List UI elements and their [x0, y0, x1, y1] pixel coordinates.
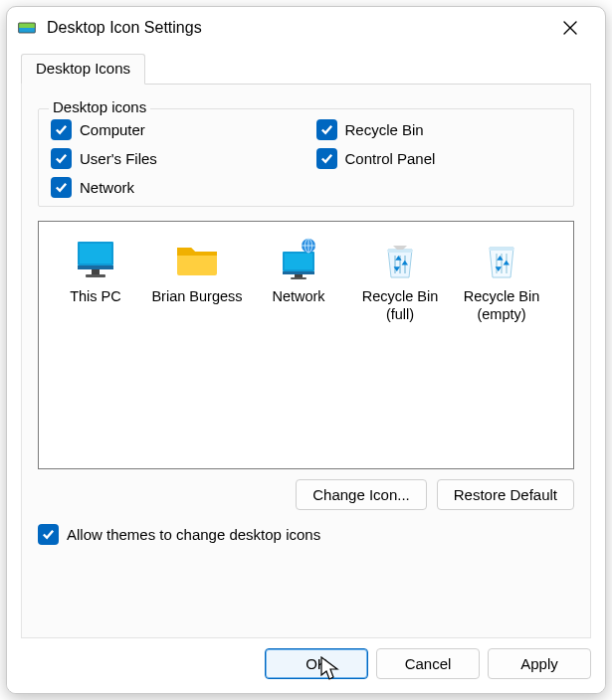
icon-item-this-pc[interactable]: This PC — [47, 232, 144, 329]
svg-rect-18 — [496, 254, 498, 273]
check-label: Control Panel — [345, 150, 436, 167]
svg-rect-5 — [78, 265, 113, 269]
close-button[interactable] — [547, 12, 593, 44]
group-legend: Desktop icons — [49, 98, 150, 115]
ok-button[interactable]: OK — [265, 648, 368, 679]
svg-rect-11 — [295, 274, 303, 277]
svg-rect-15 — [394, 256, 396, 273]
icon-label: Recycle Bin (empty) — [453, 287, 550, 323]
window-title: Desktop Icon Settings — [47, 19, 547, 37]
icon-label: Recycle Bin (full) — [351, 287, 449, 323]
icon-item-recycle-empty[interactable]: Recycle Bin (empty) — [453, 232, 550, 329]
checkbox-icon — [51, 148, 72, 169]
svg-rect-4 — [80, 244, 111, 263]
client-area: Desktop Icons Desktop icons Computer Rec… — [7, 49, 605, 638]
check-users-files[interactable]: User's Files — [51, 148, 297, 169]
icon-label: This PC — [70, 287, 121, 305]
group-desktop-icons: Desktop icons Computer Recycle Bin User'… — [38, 108, 574, 207]
folder-icon — [173, 236, 221, 283]
monitor-icon — [72, 236, 119, 283]
app-icon — [17, 18, 37, 38]
cancel-button[interactable]: Cancel — [376, 648, 480, 679]
icon-label: Brian Burgess — [151, 287, 242, 305]
check-label: Allow themes to change desktop icons — [67, 526, 320, 543]
check-control-panel[interactable]: Control Panel — [316, 148, 562, 169]
tabstrip: Desktop Icons — [21, 53, 591, 85]
check-allow-themes[interactable]: Allow themes to change desktop icons — [38, 524, 574, 545]
check-label: Computer — [80, 121, 145, 138]
titlebar: Desktop Icon Settings — [7, 7, 605, 49]
svg-rect-12 — [291, 277, 306, 279]
check-label: Network — [80, 179, 134, 196]
checkbox-icon — [316, 148, 337, 169]
icon-item-user-folder[interactable]: Brian Burgess — [148, 232, 246, 329]
svg-rect-9 — [285, 254, 312, 269]
icon-label: Network — [272, 287, 324, 305]
icon-button-row: Change Icon... Restore Default — [38, 479, 574, 510]
tab-desktop-icons[interactable]: Desktop Icons — [21, 54, 145, 85]
checkbox-icon — [316, 119, 337, 140]
check-computer[interactable]: Computer — [51, 119, 297, 140]
recycle-bin-empty-icon — [478, 236, 525, 283]
dialog-buttons: OK Cancel Apply — [7, 638, 605, 693]
recycle-bin-full-icon — [376, 236, 424, 283]
checkbox-icon — [51, 177, 72, 198]
check-grid: Computer Recycle Bin User's Files Contro… — [51, 119, 561, 198]
checkbox-icon — [38, 524, 59, 545]
icon-list[interactable]: This PC Brian Burgess Network — [38, 221, 574, 469]
svg-rect-19 — [501, 254, 503, 273]
close-icon — [563, 21, 577, 35]
check-label: User's Files — [80, 150, 157, 167]
tab-body: Desktop icons Computer Recycle Bin User'… — [21, 85, 591, 638]
apply-button[interactable]: Apply — [488, 648, 591, 679]
check-label: Recycle Bin — [345, 121, 424, 138]
network-icon — [275, 236, 322, 283]
svg-rect-7 — [86, 274, 105, 277]
svg-rect-10 — [283, 271, 314, 274]
checkbox-icon — [51, 119, 72, 140]
dialog-window: Desktop Icon Settings Desktop Icons Desk… — [6, 6, 606, 694]
icon-item-network[interactable]: Network — [250, 232, 347, 329]
svg-rect-1 — [19, 23, 36, 28]
restore-default-button[interactable]: Restore Default — [437, 479, 574, 510]
change-icon-button[interactable]: Change Icon... — [296, 479, 427, 510]
check-recycle-bin[interactable]: Recycle Bin — [316, 119, 562, 140]
check-network[interactable]: Network — [51, 177, 297, 198]
svg-rect-6 — [92, 269, 100, 274]
icon-item-recycle-full[interactable]: Recycle Bin (full) — [351, 232, 449, 329]
